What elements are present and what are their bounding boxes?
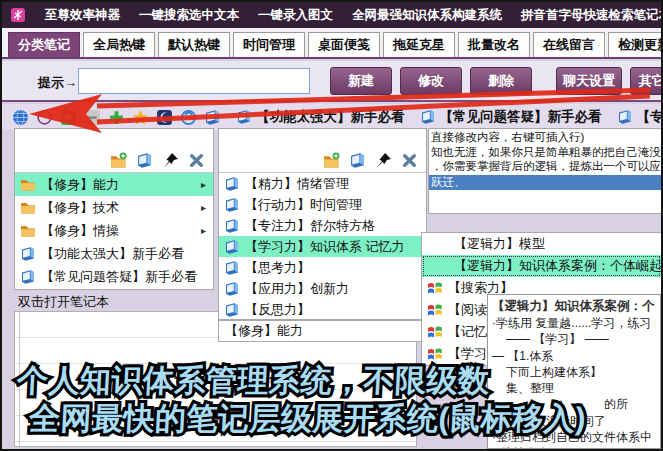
tooltip-line: ·学练用 复量越......学习，练习: [492, 315, 656, 331]
modify-button[interactable]: 修改: [400, 67, 462, 95]
note-item-label: 【学习力】知识体系 记忆力: [245, 238, 405, 256]
book-icon: [20, 269, 36, 285]
menu-item-quick-capture[interactable]: 一键录入图文: [258, 7, 333, 24]
sub-item-logic-model[interactable]: 【逻辑力】模型: [422, 233, 661, 255]
menu-item-pinyin-search[interactable]: 拼音首字母快速检索笔记本: [521, 7, 661, 24]
book-icon: [224, 176, 240, 192]
circle-minus-icon[interactable]: [36, 109, 53, 126]
book-icon: [236, 109, 252, 125]
tree-item-label: 【修身】情操: [41, 222, 119, 240]
note-item-label: 【行动力】时间管理: [245, 196, 362, 214]
tab-online-message[interactable]: 在线留言: [533, 32, 605, 57]
note-item-label: 【精力】情绪管理: [245, 175, 349, 193]
tab-procrastination[interactable]: 拖延克星: [383, 32, 455, 57]
hint-label: 提示→: [38, 74, 77, 92]
favorite-note-faq[interactable]: 【常见问题答疑】新手必看: [420, 108, 602, 126]
note-item-time[interactable]: 【行动力】时间管理: [219, 194, 426, 215]
book-icon: [224, 260, 240, 276]
tree-item-label: 【常见问题答疑】新手必看: [41, 268, 197, 286]
tooltip-line: ·整理归档到自己的文件体系中: [492, 429, 656, 445]
note-item-reflection[interactable]: 【反思力】: [219, 299, 426, 320]
note-item-schulte[interactable]: 【专注力】舒尔特方格: [219, 215, 426, 236]
note-item-emotion[interactable]: 【精力】情绪管理: [219, 173, 426, 194]
favorite-label: 【功能太强大】新手必看: [256, 108, 405, 126]
menu-item-knowledge-system[interactable]: 全网最强知识体系构建系统: [352, 7, 502, 24]
pin-icon[interactable]: [375, 152, 392, 169]
middle-notes-panel: 【精力】情绪管理 【行动力】时间管理 【专注力】舒尔特方格 【学习力】知识体系 …: [218, 128, 427, 320]
plus-icon[interactable]: [108, 109, 125, 126]
chevron-right-icon: ▸: [201, 202, 213, 213]
new-folder-icon[interactable]: [323, 152, 340, 169]
minus-box-icon[interactable]: [84, 109, 101, 126]
book-icon: [224, 281, 240, 297]
tab-global-hotkeys[interactable]: 全局热键: [83, 32, 155, 57]
windows-logo-icon: [427, 280, 443, 296]
ie-icon[interactable]: [180, 109, 197, 126]
menu-item-search-selected-text[interactable]: 一键搜索选中文本: [139, 7, 239, 24]
tab-time-management[interactable]: 时间管理: [233, 32, 305, 57]
delete-button[interactable]: 删除: [470, 67, 532, 95]
favorite-label: 【专注力】舒尔特方格: [637, 108, 662, 126]
tab-check-update[interactable]: 检测更新: [608, 32, 661, 57]
book-icon[interactable]: [204, 109, 221, 126]
book-icon: [420, 109, 436, 125]
sub-item-label: 【逻辑力】知识体系案例：个体崛起的捷径: [454, 257, 661, 275]
windows-logo-icon: [427, 324, 443, 340]
chat-settings-button[interactable]: 聊天设置: [556, 67, 622, 95]
note-editor-panel[interactable]: 直接修改内容，右键可插入行) 知也无涯，如果你只是简单粗暴的把自己淹没在 ，你需…: [428, 128, 661, 214]
pin-icon[interactable]: [162, 152, 179, 169]
menu-bar: 至尊效率神器 一键搜索选中文本 一键录入图文 全网最强知识体系构建系统 拼音首字…: [2, 2, 661, 28]
close-icon[interactable]: [188, 152, 205, 169]
star-icon[interactable]: [132, 109, 149, 126]
folder-icon: [20, 200, 36, 216]
tree-item-label: 【修身】技术: [41, 199, 119, 217]
sub-item-logic-case[interactable]: 【逻辑力】知识体系案例：个体崛起的捷径: [422, 255, 661, 277]
editor-line: ，你需要掌握背后的逻辑，提炼出一个可以应用: [429, 159, 661, 173]
favorite-note-schulte[interactable]: 【专注力】舒尔特方格: [617, 108, 662, 126]
close-icon[interactable]: [401, 152, 418, 169]
toolbar: 【功能太强大】新手必看 【常见问题答疑】新手必看 【专注力】舒尔特方格: [2, 104, 661, 130]
book-icon: [224, 197, 240, 213]
editor-line: 直接修改内容，右键可插入行): [429, 129, 661, 145]
chevron-right-icon: ▸: [201, 179, 213, 190]
moon-box-icon[interactable]: [156, 109, 173, 126]
favorite-note-powerful[interactable]: 【功能太强大】新手必看: [236, 108, 405, 126]
middle-panel-status: 【修身】能力: [218, 320, 427, 342]
book-icon: [224, 239, 240, 255]
sub-item-label: 【逻辑力】模型: [454, 235, 545, 253]
other-button[interactable]: 其它: [630, 67, 663, 95]
note-item-knowledge-memory[interactable]: 【学习力】知识体系 记忆力: [219, 236, 426, 257]
back-arrow-icon[interactable]: [60, 109, 77, 126]
tab-desktop-notes[interactable]: 桌面便笺: [308, 32, 380, 57]
book-icon: [224, 302, 240, 318]
tree-item-cultivate-sentiment[interactable]: 【修身】情操 ▸: [15, 219, 213, 242]
tab-default-hotkeys[interactable]: 默认热键: [158, 32, 230, 57]
tree-item-label: 【功能太强大】新手必看: [41, 245, 184, 263]
new-button[interactable]: 新建: [330, 67, 392, 95]
tree-item-powerful-guide[interactable]: 【功能太强大】新手必看: [15, 242, 213, 265]
left-category-panel: 【修身】能力 ▸ 【修身】技术 ▸ 【修身】情操 ▸ 【功能太强大】新手必看 【…: [14, 128, 214, 290]
menu-item-app-title[interactable]: 至尊效率神器: [45, 7, 120, 24]
tooltip-line: 集、整理: [492, 380, 656, 396]
globe-icon[interactable]: [12, 109, 29, 126]
tab-batch-rename[interactable]: 批量改名: [458, 32, 530, 57]
note-item-application[interactable]: 【应用力】创新力: [219, 278, 426, 299]
book-icon: [224, 218, 240, 234]
tooltip-line: ，太浪费时间了: [492, 413, 656, 429]
tree-item-faq-guide[interactable]: 【常见问题答疑】新手必看: [15, 265, 213, 288]
tab-category-notes[interactable]: 分类笔记: [8, 32, 80, 57]
new-folder-icon[interactable]: [110, 152, 127, 169]
note-name-input[interactable]: [78, 68, 310, 94]
tree-item-cultivate-ability[interactable]: 【修身】能力 ▸: [15, 173, 213, 196]
new-note-icon[interactable]: [349, 152, 366, 169]
app-logo-icon: [10, 7, 26, 23]
folder-icon: [20, 177, 36, 193]
editor-selected-line[interactable]: 跃迁、: [429, 175, 661, 190]
new-note-icon[interactable]: [136, 152, 153, 169]
tab-bar: 分类笔记 全局热键 默认热键 时间管理 桌面便笺 拖延克星 批量改名 在线留言 …: [2, 28, 661, 59]
note-item-thinking[interactable]: 【思考力】: [219, 257, 426, 278]
tooltip-line: 下而上构建体系】: [492, 364, 656, 380]
left-panel-header: [15, 129, 213, 173]
tree-item-cultivate-tech[interactable]: 【修身】技术 ▸: [15, 196, 213, 219]
note-item-label: 【思考力】: [245, 259, 310, 277]
